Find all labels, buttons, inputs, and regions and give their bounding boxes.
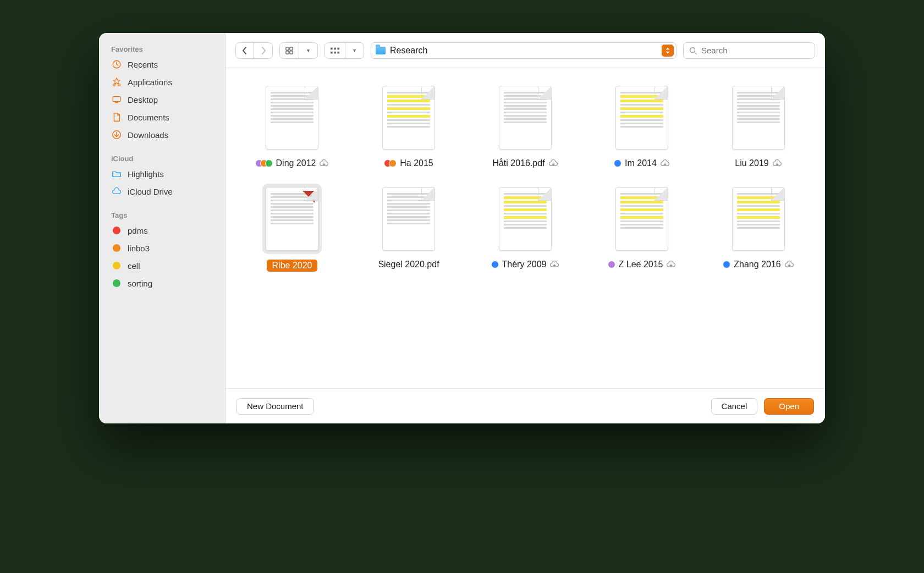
sidebar-tag-item[interactable]: pdms bbox=[99, 222, 225, 239]
search-field[interactable] bbox=[683, 42, 815, 59]
sidebar-icloud-item[interactable]: Highlights bbox=[99, 165, 225, 183]
open-button[interactable]: Open bbox=[764, 398, 814, 415]
file-thumbnail-wrap bbox=[496, 82, 555, 153]
svg-rect-13 bbox=[331, 51, 333, 53]
sidebar-icloud-item[interactable]: iCloud Drive bbox=[99, 183, 225, 200]
file-tag-dots bbox=[614, 159, 622, 167]
file-thumbnail-wrap bbox=[729, 184, 788, 254]
file-thumbnail-wrap bbox=[379, 184, 438, 254]
file-thumbnail-wrap bbox=[612, 82, 672, 153]
svg-rect-2 bbox=[118, 84, 120, 86]
file-item[interactable]: Siegel 2020.pdf bbox=[355, 184, 462, 272]
svg-rect-15 bbox=[337, 51, 339, 53]
file-label-row: Théry 2009 bbox=[491, 260, 560, 269]
svg-rect-7 bbox=[290, 47, 293, 49]
location-updown-icon bbox=[662, 45, 674, 57]
file-item[interactable]: Håti 2016.pdf bbox=[472, 82, 579, 168]
file-thumbnail bbox=[499, 187, 552, 251]
toolbar: ▾ ▾ Research bbox=[226, 33, 825, 68]
tag-dot-icon bbox=[111, 225, 122, 236]
file-item[interactable]: Im 2014 bbox=[588, 82, 695, 168]
sidebar-section-tags: Tags bbox=[99, 207, 225, 222]
file-thumbnail bbox=[615, 86, 668, 150]
file-label-row: Siegel 2020.pdf bbox=[378, 260, 439, 269]
file-item[interactable]: Liu 2019 bbox=[705, 82, 812, 168]
group-menu[interactable]: ▾ bbox=[345, 42, 364, 59]
search-input[interactable] bbox=[701, 46, 809, 55]
file-name: Siegel 2020.pdf bbox=[378, 260, 439, 269]
file-thumbnail bbox=[499, 86, 552, 150]
cloud-download-icon bbox=[772, 159, 782, 167]
file-item[interactable]: Théry 2009 bbox=[472, 184, 579, 272]
cloud-download-icon bbox=[784, 261, 794, 268]
tag-dot-icon bbox=[111, 243, 122, 254]
sidebar-favorites-list: RecentsApplicationsDesktopDocumentsDownl… bbox=[99, 56, 225, 144]
sidebar-tag-item[interactable]: sorting bbox=[99, 274, 225, 292]
svg-rect-4 bbox=[115, 102, 118, 103]
svg-rect-14 bbox=[334, 51, 336, 53]
tag-dot-icon bbox=[111, 278, 122, 289]
forward-button[interactable] bbox=[254, 42, 273, 59]
sidebar-favorite-item-label: Documents bbox=[128, 113, 169, 122]
file-thumbnail bbox=[382, 86, 435, 150]
sidebar-favorite-item[interactable]: Recents bbox=[99, 56, 225, 73]
svg-rect-11 bbox=[334, 47, 336, 49]
file-item[interactable]: Ha 2015 bbox=[355, 82, 462, 168]
file-thumbnail-wrap bbox=[379, 82, 438, 153]
file-grid: Ding 2012Ha 2015Håti 2016.pdfIm 2014Liu … bbox=[239, 82, 812, 272]
back-button[interactable] bbox=[235, 42, 254, 59]
file-thumbnail bbox=[615, 187, 668, 251]
location-name: Research bbox=[390, 46, 657, 56]
sidebar-favorite-item-label: Downloads bbox=[128, 130, 168, 140]
cancel-button[interactable]: Cancel bbox=[711, 398, 758, 415]
tag-dot-icon bbox=[491, 261, 499, 268]
file-tag-dots bbox=[255, 159, 273, 167]
location-popup[interactable]: Research bbox=[371, 42, 676, 59]
file-name: Liu 2019 bbox=[735, 158, 768, 168]
sidebar-favorite-item-label: Desktop bbox=[128, 95, 158, 104]
sidebar-favorite-item[interactable]: Documents bbox=[99, 108, 225, 126]
file-thumbnail-wrap bbox=[262, 184, 322, 254]
folder-icon bbox=[111, 168, 122, 179]
file-tag-dots bbox=[608, 261, 615, 268]
sidebar-favorite-item[interactable]: Applications bbox=[99, 73, 225, 91]
file-tag-dots bbox=[491, 261, 499, 268]
sidebar-icloud-list: HighlightsiCloud Drive bbox=[99, 165, 225, 200]
file-label-row: Ribe 2020 bbox=[267, 260, 318, 272]
sidebar-tag-item[interactable]: linbo3 bbox=[99, 239, 225, 257]
sidebar-favorite-item[interactable]: Downloads bbox=[99, 126, 225, 144]
group-button[interactable] bbox=[324, 42, 345, 59]
file-item[interactable]: Ding 2012 bbox=[239, 82, 345, 168]
file-thumbnail bbox=[732, 86, 785, 150]
cloud-icon bbox=[111, 186, 122, 197]
file-label-row: Ding 2012 bbox=[255, 158, 329, 168]
view-icon-menu[interactable]: ▾ bbox=[299, 42, 318, 59]
file-browser[interactable]: Ding 2012Ha 2015Håti 2016.pdfIm 2014Liu … bbox=[226, 68, 825, 388]
chevron-right-icon bbox=[261, 47, 266, 54]
file-thumbnail bbox=[382, 187, 435, 251]
file-name: Ding 2012 bbox=[276, 158, 316, 168]
file-label-row: Z Lee 2015 bbox=[608, 260, 676, 269]
main-column: ▾ ▾ Research bbox=[226, 33, 825, 423]
sidebar-icloud-item-label: Highlights bbox=[128, 169, 164, 179]
sidebar-tag-item[interactable]: cell bbox=[99, 257, 225, 274]
svg-rect-6 bbox=[286, 47, 289, 49]
sidebar-favorite-item[interactable]: Desktop bbox=[99, 91, 225, 108]
sidebar-tag-item-label: sorting bbox=[128, 279, 152, 288]
file-item[interactable]: Zhang 2016 bbox=[705, 184, 812, 272]
folder-icon bbox=[376, 47, 386, 54]
svg-line-17 bbox=[695, 52, 697, 54]
file-thumbnail bbox=[732, 187, 785, 251]
file-thumbnail-wrap bbox=[729, 82, 788, 153]
view-mode-icon: ▾ bbox=[279, 42, 318, 59]
file-thumbnail-wrap bbox=[496, 184, 555, 254]
cloud-download-icon bbox=[548, 159, 558, 167]
file-label-row: Liu 2019 bbox=[735, 158, 782, 168]
new-document-button[interactable]: New Document bbox=[237, 398, 314, 415]
view-icon-button[interactable] bbox=[279, 42, 299, 59]
download-icon bbox=[111, 129, 122, 140]
dialog-footer: New Document Cancel Open bbox=[226, 388, 825, 423]
sidebar-section-favorites: Favorites bbox=[99, 41, 225, 56]
file-item[interactable]: Z Lee 2015 bbox=[588, 184, 695, 272]
file-item[interactable]: Ribe 2020 bbox=[239, 184, 345, 272]
